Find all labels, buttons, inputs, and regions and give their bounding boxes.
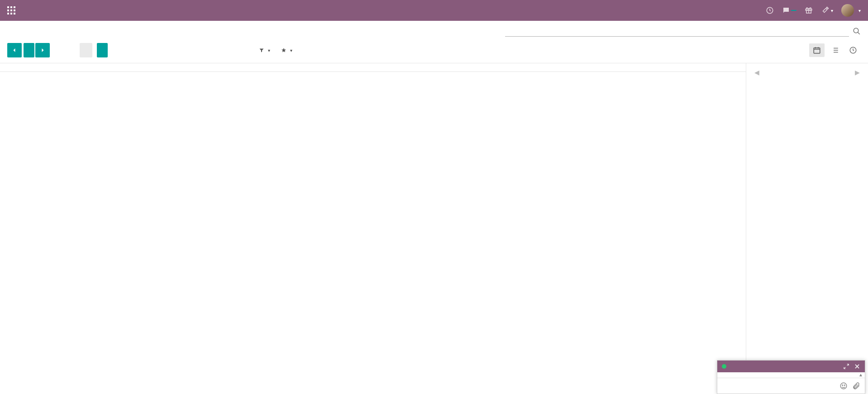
day-header xyxy=(14,63,117,71)
calendar-header xyxy=(0,63,746,72)
chevron-down-icon: ▾ xyxy=(290,48,292,53)
gift-icon[interactable] xyxy=(805,6,813,14)
favorites-dropdown[interactable]: ▾ xyxy=(281,47,292,53)
chat-input[interactable] xyxy=(722,382,835,389)
chevron-down-icon: ▾ xyxy=(831,8,833,13)
day-tab[interactable] xyxy=(58,43,67,57)
list-view-icon[interactable] xyxy=(827,43,843,57)
month-tab[interactable] xyxy=(80,43,92,57)
scroll-up-icon[interactable]: ▲ xyxy=(858,372,863,377)
svg-rect-0 xyxy=(7,6,9,8)
day-header xyxy=(427,63,530,71)
mini-prev-icon[interactable]: ◀ xyxy=(752,68,762,77)
attachment-icon[interactable] xyxy=(852,382,860,390)
svg-point-17 xyxy=(844,385,845,386)
top-navbar: ▾ ▾ xyxy=(0,0,868,21)
svg-rect-6 xyxy=(7,13,9,14)
svg-rect-4 xyxy=(10,9,12,11)
chevron-down-icon: ▾ xyxy=(858,8,861,13)
mini-next-icon[interactable]: ▶ xyxy=(852,68,863,77)
next-button[interactable] xyxy=(35,43,50,57)
chat-input-row xyxy=(717,378,865,394)
close-icon[interactable] xyxy=(854,363,860,370)
mini-calendar: ◀ ▶ xyxy=(746,63,868,391)
avatar xyxy=(841,4,854,17)
chat-window: ▲ xyxy=(717,360,865,394)
controlbar: ▾ ▾ xyxy=(0,41,868,63)
svg-rect-1 xyxy=(10,6,12,8)
chat-header[interactable] xyxy=(717,361,865,372)
emoji-icon[interactable] xyxy=(839,382,848,390)
new-time-off-button[interactable] xyxy=(97,43,108,57)
svg-rect-8 xyxy=(14,13,15,14)
calendar xyxy=(0,63,746,391)
messages-icon[interactable] xyxy=(782,6,796,14)
clock-icon[interactable] xyxy=(766,6,774,14)
day-header xyxy=(220,63,324,71)
subheader xyxy=(0,21,868,41)
messages-badge xyxy=(791,10,796,11)
svg-rect-5 xyxy=(14,9,15,11)
new-allocation-button[interactable] xyxy=(112,43,121,57)
calendar-view-icon[interactable] xyxy=(809,43,825,57)
svg-point-12 xyxy=(854,28,858,33)
day-header xyxy=(634,63,737,71)
svg-rect-2 xyxy=(14,6,15,8)
svg-rect-3 xyxy=(7,9,9,11)
tools-icon[interactable]: ▾ xyxy=(821,6,833,14)
search-icon[interactable] xyxy=(853,27,861,35)
chat-body: ▲ xyxy=(717,372,865,378)
day-header xyxy=(324,63,427,71)
today-button[interactable] xyxy=(24,43,34,57)
apps-icon[interactable] xyxy=(7,6,15,14)
svg-rect-13 xyxy=(814,48,820,53)
prev-button[interactable] xyxy=(7,43,22,57)
user-menu[interactable]: ▾ xyxy=(841,4,861,17)
svg-rect-7 xyxy=(10,13,12,14)
week-tab[interactable] xyxy=(69,43,78,57)
svg-point-16 xyxy=(842,385,843,386)
search-input[interactable] xyxy=(505,25,849,37)
day-header xyxy=(530,63,633,71)
filters-dropdown[interactable]: ▾ xyxy=(259,47,270,53)
svg-point-15 xyxy=(840,383,847,389)
activity-view-icon[interactable] xyxy=(845,43,861,57)
chevron-down-icon: ▾ xyxy=(268,48,270,53)
expand-icon[interactable] xyxy=(843,363,849,370)
status-dot-icon xyxy=(722,364,726,369)
day-header xyxy=(117,63,220,71)
